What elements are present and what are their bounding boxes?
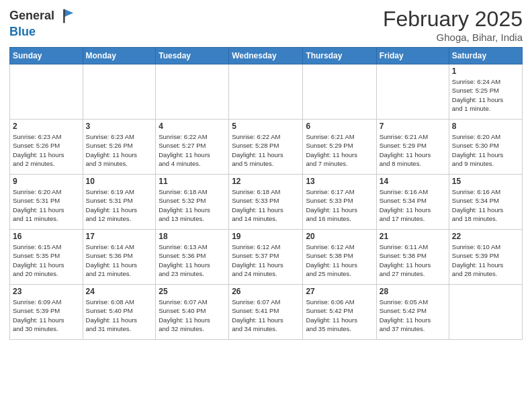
- calendar-cell: 27Sunrise: 6:06 AM Sunset: 5:42 PM Dayli…: [303, 285, 376, 340]
- day-number: 14: [380, 177, 446, 186]
- day-info: Sunrise: 6:23 AM Sunset: 5:26 PM Dayligh…: [13, 132, 80, 168]
- day-info: Sunrise: 6:15 AM Sunset: 5:35 PM Dayligh…: [13, 242, 80, 278]
- day-info: Sunrise: 6:12 AM Sunset: 5:37 PM Dayligh…: [232, 242, 300, 278]
- calendar-cell: 11Sunrise: 6:18 AM Sunset: 5:32 PM Dayli…: [156, 175, 229, 230]
- week-row-5: 23Sunrise: 6:09 AM Sunset: 5:39 PM Dayli…: [10, 285, 523, 340]
- day-number: 3: [86, 122, 153, 131]
- day-number: 6: [306, 122, 373, 131]
- day-number: 17: [86, 232, 153, 241]
- calendar-cell: 20Sunrise: 6:12 AM Sunset: 5:38 PM Dayli…: [303, 230, 376, 285]
- logo: General Blue: [9, 7, 75, 39]
- calendar-cell: 13Sunrise: 6:17 AM Sunset: 5:33 PM Dayli…: [303, 175, 376, 230]
- calendar-cell: 8Sunrise: 6:20 AM Sunset: 5:30 PM Daylig…: [449, 120, 522, 175]
- day-number: 16: [13, 232, 80, 241]
- day-info: Sunrise: 6:18 AM Sunset: 5:32 PM Dayligh…: [159, 187, 226, 223]
- day-info: Sunrise: 6:09 AM Sunset: 5:39 PM Dayligh…: [13, 298, 80, 333]
- calendar-cell: 16Sunrise: 6:15 AM Sunset: 5:35 PM Dayli…: [10, 230, 83, 285]
- calendar-cell: 12Sunrise: 6:18 AM Sunset: 5:33 PM Dayli…: [229, 175, 303, 230]
- calendar-cell: 26Sunrise: 6:07 AM Sunset: 5:41 PM Dayli…: [229, 285, 303, 340]
- calendar-cell: 7Sunrise: 6:21 AM Sunset: 5:29 PM Daylig…: [376, 120, 449, 175]
- day-info: Sunrise: 6:23 AM Sunset: 5:26 PM Dayligh…: [86, 132, 153, 168]
- day-info: Sunrise: 6:07 AM Sunset: 5:41 PM Dayligh…: [232, 298, 300, 333]
- day-number: 26: [232, 287, 300, 296]
- col-header-thursday: Thursday: [303, 48, 376, 64]
- day-number: 22: [452, 232, 519, 241]
- day-info: Sunrise: 6:24 AM Sunset: 5:25 PM Dayligh…: [452, 77, 519, 113]
- day-info: Sunrise: 6:22 AM Sunset: 5:28 PM Dayligh…: [232, 132, 300, 168]
- col-header-monday: Monday: [83, 48, 156, 64]
- header: General Blue February 2025 Ghoga, Bihar,…: [9, 7, 523, 43]
- logo-blue: Blue: [9, 25, 36, 38]
- col-header-sunday: Sunday: [10, 48, 83, 64]
- week-row-4: 16Sunrise: 6:15 AM Sunset: 5:35 PM Dayli…: [10, 230, 523, 285]
- day-info: Sunrise: 6:06 AM Sunset: 5:42 PM Dayligh…: [306, 298, 373, 333]
- day-info: Sunrise: 6:14 AM Sunset: 5:36 PM Dayligh…: [86, 242, 153, 278]
- day-number: 21: [380, 232, 446, 241]
- day-number: 1: [452, 66, 519, 76]
- logo-general: General: [9, 9, 54, 23]
- month-title: February 2025: [383, 7, 523, 32]
- day-info: Sunrise: 6:16 AM Sunset: 5:34 PM Dayligh…: [380, 187, 446, 223]
- col-header-tuesday: Tuesday: [156, 48, 229, 64]
- svg-marker-0: [64, 9, 73, 17]
- day-number: 24: [86, 287, 153, 296]
- day-info: Sunrise: 6:10 AM Sunset: 5:39 PM Dayligh…: [452, 242, 519, 278]
- day-number: 23: [13, 287, 80, 296]
- day-number: 4: [159, 122, 226, 131]
- location: Ghoga, Bihar, India: [383, 32, 523, 43]
- calendar-cell: 3Sunrise: 6:23 AM Sunset: 5:26 PM Daylig…: [83, 120, 156, 175]
- day-info: Sunrise: 6:07 AM Sunset: 5:40 PM Dayligh…: [159, 298, 226, 333]
- day-info: Sunrise: 6:18 AM Sunset: 5:33 PM Dayligh…: [232, 187, 300, 223]
- calendar-cell: [376, 64, 449, 120]
- day-info: Sunrise: 6:12 AM Sunset: 5:38 PM Dayligh…: [306, 242, 373, 278]
- day-info: Sunrise: 6:20 AM Sunset: 5:31 PM Dayligh…: [13, 187, 80, 223]
- day-number: 27: [306, 287, 373, 296]
- day-number: 13: [306, 177, 373, 186]
- day-info: Sunrise: 6:16 AM Sunset: 5:34 PM Dayligh…: [452, 187, 519, 223]
- week-row-2: 2Sunrise: 6:23 AM Sunset: 5:26 PM Daylig…: [10, 120, 523, 175]
- calendar-cell: [83, 64, 156, 120]
- calendar-cell: 21Sunrise: 6:11 AM Sunset: 5:38 PM Dayli…: [376, 230, 449, 285]
- calendar: SundayMondayTuesdayWednesdayThursdayFrid…: [9, 47, 523, 340]
- calendar-cell: 17Sunrise: 6:14 AM Sunset: 5:36 PM Dayli…: [83, 230, 156, 285]
- col-header-wednesday: Wednesday: [229, 48, 303, 64]
- day-number: 5: [232, 122, 300, 131]
- day-info: Sunrise: 6:19 AM Sunset: 5:31 PM Dayligh…: [86, 187, 153, 223]
- calendar-cell: 6Sunrise: 6:21 AM Sunset: 5:29 PM Daylig…: [303, 120, 376, 175]
- calendar-cell: 28Sunrise: 6:05 AM Sunset: 5:42 PM Dayli…: [376, 285, 449, 340]
- day-number: 20: [306, 232, 373, 241]
- week-row-3: 9Sunrise: 6:20 AM Sunset: 5:31 PM Daylig…: [10, 175, 523, 230]
- week-row-1: 1Sunrise: 6:24 AM Sunset: 5:25 PM Daylig…: [10, 64, 523, 120]
- day-number: 9: [13, 177, 80, 186]
- logo-flag-icon: [56, 7, 75, 26]
- col-header-saturday: Saturday: [449, 48, 522, 64]
- day-info: Sunrise: 6:22 AM Sunset: 5:27 PM Dayligh…: [159, 132, 226, 168]
- day-number: 2: [13, 122, 80, 131]
- day-number: 25: [159, 287, 226, 296]
- day-number: 28: [380, 287, 446, 296]
- day-info: Sunrise: 6:05 AM Sunset: 5:42 PM Dayligh…: [380, 298, 446, 333]
- calendar-cell: 5Sunrise: 6:22 AM Sunset: 5:28 PM Daylig…: [229, 120, 303, 175]
- day-info: Sunrise: 6:20 AM Sunset: 5:30 PM Dayligh…: [452, 132, 519, 168]
- calendar-cell: 23Sunrise: 6:09 AM Sunset: 5:39 PM Dayli…: [10, 285, 83, 340]
- calendar-cell: 14Sunrise: 6:16 AM Sunset: 5:34 PM Dayli…: [376, 175, 449, 230]
- calendar-cell: 4Sunrise: 6:22 AM Sunset: 5:27 PM Daylig…: [156, 120, 229, 175]
- page: General Blue February 2025 Ghoga, Bihar,…: [0, 0, 532, 411]
- calendar-cell: [156, 64, 229, 120]
- day-number: 12: [232, 177, 300, 186]
- calendar-cell: 22Sunrise: 6:10 AM Sunset: 5:39 PM Dayli…: [449, 230, 522, 285]
- day-number: 11: [159, 177, 226, 186]
- day-info: Sunrise: 6:21 AM Sunset: 5:29 PM Dayligh…: [380, 132, 446, 168]
- day-info: Sunrise: 6:17 AM Sunset: 5:33 PM Dayligh…: [306, 187, 373, 223]
- day-number: 19: [232, 232, 300, 241]
- calendar-header-row: SundayMondayTuesdayWednesdayThursdayFrid…: [10, 48, 523, 64]
- calendar-cell: 1Sunrise: 6:24 AM Sunset: 5:25 PM Daylig…: [449, 64, 522, 120]
- calendar-cell: 24Sunrise: 6:08 AM Sunset: 5:40 PM Dayli…: [83, 285, 156, 340]
- calendar-cell: [229, 64, 303, 120]
- calendar-cell: 9Sunrise: 6:20 AM Sunset: 5:31 PM Daylig…: [10, 175, 83, 230]
- calendar-cell: 19Sunrise: 6:12 AM Sunset: 5:37 PM Dayli…: [229, 230, 303, 285]
- day-info: Sunrise: 6:08 AM Sunset: 5:40 PM Dayligh…: [86, 298, 153, 333]
- day-number: 15: [452, 177, 519, 186]
- calendar-cell: 25Sunrise: 6:07 AM Sunset: 5:40 PM Dayli…: [156, 285, 229, 340]
- day-number: 7: [380, 122, 446, 131]
